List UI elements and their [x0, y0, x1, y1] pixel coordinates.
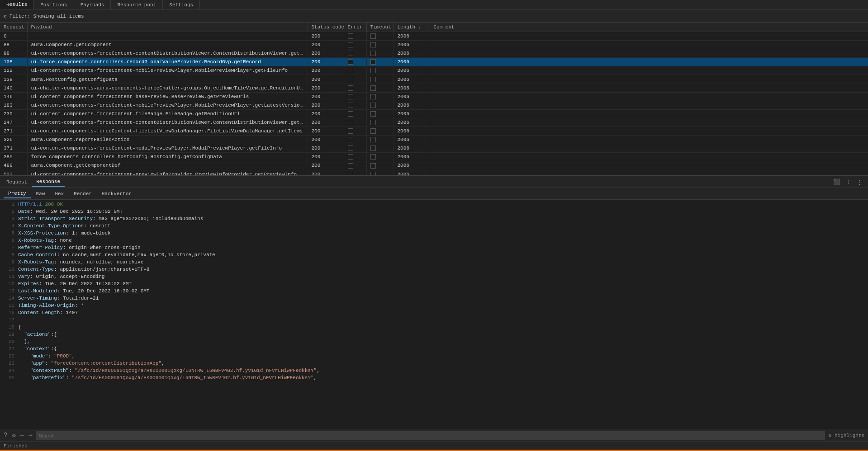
tab-hex[interactable]: Hex	[50, 190, 68, 198]
line-number: 4	[2, 222, 14, 230]
cell-length: 2006	[394, 136, 430, 144]
table-row[interactable]: 98ui-content-components-forceContent-con…	[0, 49, 868, 58]
cell-length: 2006	[394, 109, 430, 118]
tab-resource-pool[interactable]: Resource pool	[111, 0, 163, 9]
line-content: Content-Type: application/json;charset=U…	[18, 266, 866, 273]
table-row[interactable]: 140ui-chatter-components-aura-components…	[0, 84, 868, 92]
table-row[interactable]: 326aura.Component.reportFailedAction2002…	[0, 136, 868, 144]
cell-length: 2006	[394, 66, 430, 75]
question-icon[interactable]: ?	[4, 432, 7, 439]
tab-results[interactable]: Results	[0, 0, 34, 9]
timeout-checkbox[interactable]	[370, 33, 376, 39]
timeout-checkbox[interactable]	[370, 154, 376, 160]
timeout-checkbox[interactable]	[370, 111, 376, 117]
cell-comment	[430, 49, 868, 58]
timeout-checkbox[interactable]	[370, 59, 376, 65]
error-checkbox[interactable]	[348, 111, 353, 117]
timeout-checkbox[interactable]	[370, 103, 376, 108]
cell-request: 140	[0, 84, 27, 92]
sub-tab-response[interactable]: Response	[32, 178, 65, 187]
icon-copy[interactable]: ⬛	[831, 178, 842, 187]
error-checkbox[interactable]	[348, 51, 353, 56]
error-checkbox[interactable]	[348, 103, 353, 108]
tab-render[interactable]: Render	[69, 190, 96, 198]
table-row[interactable]: 385force-components-controllers-hostConf…	[0, 153, 868, 161]
error-checkbox[interactable]	[348, 146, 353, 151]
table-row[interactable]: 138aura.HostConfig.getConfigData2002006	[0, 75, 868, 84]
icon-more[interactable]: ⋮	[855, 178, 864, 187]
table-row[interactable]: 88aura.Component.getComponent2002006	[0, 41, 868, 49]
cell-request: 146	[0, 92, 27, 101]
error-checkbox[interactable]	[348, 59, 353, 65]
error-checkbox[interactable]	[348, 154, 353, 160]
error-checkbox[interactable]	[348, 137, 353, 142]
error-checkbox[interactable]	[348, 33, 353, 39]
cell-comment	[430, 101, 868, 109]
error-checkbox[interactable]	[348, 94, 353, 99]
col-header-error[interactable]: Error	[344, 23, 366, 32]
table-row[interactable]: 271ui-content-components-forceContent-fi…	[0, 127, 868, 136]
search-input[interactable]	[36, 431, 825, 440]
error-checkbox[interactable]	[348, 120, 353, 125]
timeout-checkbox[interactable]	[370, 137, 376, 142]
col-header-length[interactable]: Length ↓	[394, 23, 430, 32]
table-row[interactable]: 239ui-content-components-forceContent-fi…	[0, 109, 868, 118]
timeout-checkbox[interactable]	[370, 120, 376, 125]
timeout-checkbox[interactable]	[370, 94, 376, 99]
timeout-checkbox[interactable]	[370, 68, 376, 73]
table-row[interactable]: 247ui-content-components-forceContent-co…	[0, 118, 868, 127]
timeout-checkbox[interactable]	[370, 163, 376, 169]
line-content: Expires: Tue, 20 Dec 2022 16:30:02 GMT	[18, 280, 866, 287]
table-row[interactable]: 146ui-content-components-forceContent-ba…	[0, 92, 868, 101]
tab-positions[interactable]: Positions	[34, 0, 74, 9]
tab-hackvertor[interactable]: Hackvertor	[97, 190, 136, 198]
col-header-comment[interactable]: Comment	[430, 23, 868, 32]
tab-raw[interactable]: Raw	[32, 190, 50, 198]
cell-payload: ui-content-components-forceContent-mobil…	[27, 101, 308, 109]
error-checkbox[interactable]	[348, 77, 353, 82]
back-icon[interactable]: ←	[20, 432, 24, 439]
results-table-area: Request Payload Status code Error Timeou…	[0, 23, 868, 176]
timeout-checkbox[interactable]	[370, 42, 376, 47]
table-row[interactable]: 488aura.Component.getComponentDef2002006	[0, 161, 868, 170]
tab-payloads[interactable]: Payloads	[74, 0, 111, 9]
line-number: 17	[2, 316, 14, 324]
timeout-checkbox[interactable]	[370, 172, 376, 176]
gear-icon[interactable]: ⚙	[12, 432, 15, 439]
tab-pretty[interactable]: Pretty	[4, 189, 31, 198]
cell-request: 385	[0, 153, 27, 161]
col-header-request[interactable]: Request	[0, 23, 27, 32]
table-row[interactable]: 122ui-content-components-forceContent-mo…	[0, 66, 868, 75]
col-header-status[interactable]: Status code	[308, 23, 344, 32]
table-row[interactable]: 371ui-content-components-forceContent-mo…	[0, 144, 868, 153]
error-checkbox[interactable]	[348, 128, 353, 134]
table-row[interactable]: 02002006	[0, 32, 868, 41]
col-header-payload[interactable]: Payload	[27, 23, 308, 32]
line-number: 13	[2, 287, 14, 295]
timeout-checkbox[interactable]	[370, 85, 376, 91]
timeout-checkbox[interactable]	[370, 128, 376, 134]
forward-icon[interactable]: →	[28, 432, 32, 439]
error-checkbox[interactable]	[348, 68, 353, 73]
icon-expand[interactable]: ↕	[845, 178, 852, 187]
code-line: 13Last-Modified: Tue, 20 Dec 2022 16:30:…	[0, 287, 868, 295]
timeout-checkbox[interactable]	[370, 77, 376, 82]
cell-status: 200	[308, 118, 344, 127]
code-line: 5X-XSS-Protection: 1; mode=block	[0, 230, 868, 237]
tab-settings[interactable]: Settings	[163, 0, 200, 9]
cell-comment	[430, 41, 868, 49]
table-row[interactable]: 523ui-content-components-forceContent-pr…	[0, 170, 868, 176]
table-row[interactable]: 183ui-content-components-forceContent-mo…	[0, 101, 868, 109]
table-row[interactable]: 108ui-force-components-controllers-recor…	[0, 58, 868, 66]
error-checkbox[interactable]	[348, 42, 353, 47]
timeout-checkbox[interactable]	[370, 51, 376, 56]
error-checkbox[interactable]	[348, 172, 353, 176]
sub-tab-request[interactable]: Request	[2, 178, 32, 186]
cell-payload: ui-content-components-forceContent-fileB…	[27, 109, 308, 118]
timeout-checkbox[interactable]	[370, 146, 376, 151]
code-line: 10Content-Type: application/json;charset…	[0, 266, 868, 273]
col-header-timeout[interactable]: Timeout	[366, 23, 394, 32]
error-checkbox[interactable]	[348, 163, 353, 169]
error-checkbox[interactable]	[348, 85, 353, 91]
cell-comment	[430, 144, 868, 153]
